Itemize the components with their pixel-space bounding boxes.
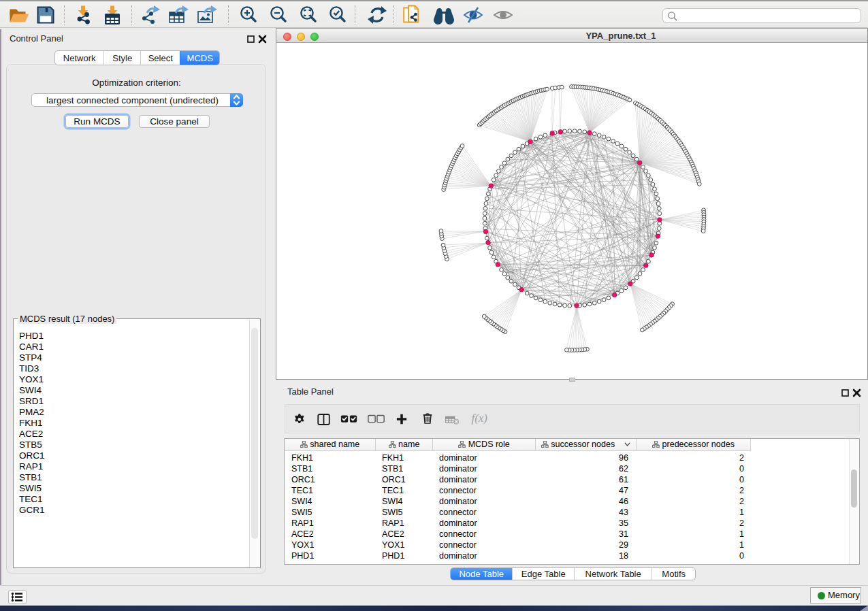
svg-text:f(x): f(x) [472,412,488,425]
